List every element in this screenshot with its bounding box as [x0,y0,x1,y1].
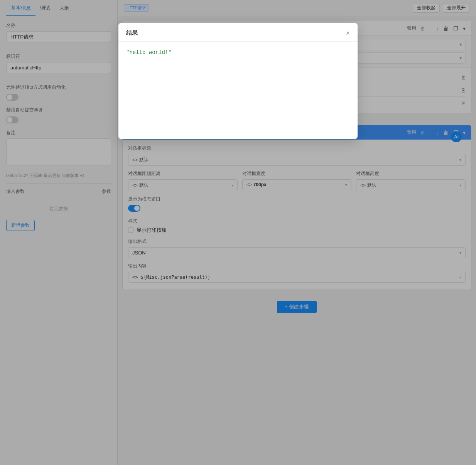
modal-content: "hello world!" [126,49,172,56]
modal-header: 结果 × [118,23,358,42]
modal-close-button[interactable]: × [346,30,350,37]
modal-overlay: 结果 × "hello world!" [0,0,476,465]
modal-title: 结果 [126,29,138,37]
result-modal: 结果 × "hello world!" [118,23,358,139]
modal-body: "hello world!" [118,42,358,119]
